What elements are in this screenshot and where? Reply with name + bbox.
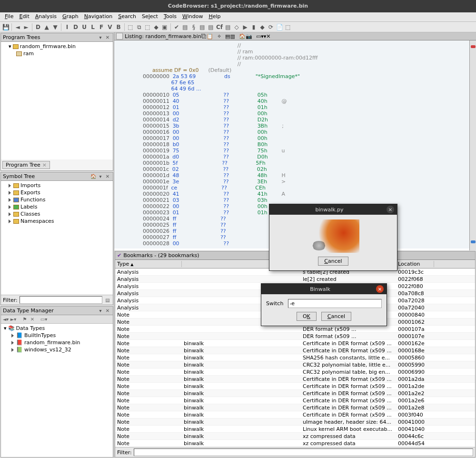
down-icon[interactable]: ▼	[51, 23, 59, 31]
tool-icon-2[interactable]: ⧉	[135, 23, 143, 31]
switch-input[interactable]	[288, 299, 382, 308]
table-row[interactable]: NotebinwalkLinux kernel ARM boot executa…	[115, 426, 475, 433]
dt-item[interactable]: 📕 random_firmware.bin	[2, 339, 112, 346]
marker-icon[interactable]	[471, 240, 476, 243]
table-row[interactable]: NoteDER format (x509 ...0000107e	[115, 333, 475, 340]
tool-icon-12[interactable]: ▮	[250, 23, 258, 31]
table-row[interactable]: NotebinwalkCertificate in DER format (x5…	[115, 397, 475, 404]
li-cursor-icon[interactable]: ✧	[217, 33, 221, 40]
dt-view-icon[interactable]: ▭▾	[40, 316, 47, 323]
panel-menu-icon[interactable]: ▾	[97, 308, 104, 314]
panel-close-icon[interactable]: ✕	[104, 308, 111, 314]
li-home-icon[interactable]: 🏠	[239, 33, 246, 40]
check-icon[interactable]: ✔	[173, 23, 180, 31]
nav-u-icon[interactable]: U	[80, 23, 88, 31]
dt-item[interactable]: 📗 windows_vs12_32	[2, 346, 112, 353]
tool-icon-10[interactable]: ▤	[224, 23, 232, 31]
table-row[interactable]: Notebinwalkxz compressed data00044d54	[115, 440, 475, 447]
marker-bar[interactable]	[469, 40, 476, 250]
nav-i-icon[interactable]: I	[63, 23, 71, 31]
menu-navigation[interactable]: Navigation	[81, 12, 115, 21]
symbol-item-functions[interactable]: Functions	[2, 196, 112, 203]
tool-icon-14[interactable]: ⬚	[284, 23, 292, 31]
tool-icon-6[interactable]: ▤	[181, 23, 189, 31]
symbol-item-exports[interactable]: Exports	[2, 189, 112, 196]
table-row[interactable]: NotebinwalkuImage header, header size: 6…	[115, 418, 475, 426]
tool-icon-8[interactable]: ▤	[198, 23, 206, 31]
menu-help[interactable]: Help	[206, 12, 223, 21]
tool-icon-3[interactable]: ⬚	[144, 23, 151, 31]
marker-icon[interactable]	[471, 45, 476, 48]
fwd-icon[interactable]: ►	[22, 23, 30, 31]
table-row[interactable]: NotebinwalkCRC32 polynomial table, littl…	[115, 361, 475, 368]
tool-icon[interactable]: 🏠	[90, 173, 97, 180]
doc-icon[interactable]: 📄	[276, 23, 283, 31]
filter-settings-icon[interactable]: ▤	[104, 297, 111, 303]
table-row[interactable]: NotebinwalkCertificate in DER format (x5…	[115, 411, 475, 418]
tab-close-icon[interactable]: ×	[42, 162, 47, 168]
close-icon[interactable]: ✕	[387, 206, 394, 213]
tree-root[interactable]: ▾ random_firmware.bin	[2, 43, 112, 50]
dt-flag-icon[interactable]: ⚑	[21, 316, 28, 323]
up-icon[interactable]: ▲	[43, 23, 50, 31]
tree-item-ram[interactable]: ram	[2, 50, 112, 57]
symbol-item-namespaces[interactable]: Namespaces	[2, 218, 112, 225]
table-row[interactable]: NotebinwalkCRC32 polynomial table, big e…	[115, 368, 475, 376]
col-type[interactable]: Type▲	[115, 261, 182, 267]
dt-back-icon[interactable]: ◄▾	[2, 316, 9, 323]
li-tool3-icon[interactable]: ▭▾	[256, 33, 264, 40]
li-copy-icon[interactable]: ⿻	[201, 33, 207, 40]
menu-graph[interactable]: Graph	[60, 12, 81, 21]
panel-close-icon[interactable]: ✕	[104, 173, 111, 180]
tool-icon-11[interactable]: ◇	[233, 23, 240, 31]
li-camera-icon[interactable]: 📷	[246, 33, 252, 40]
table-row[interactable]: Notebinwalkxz compressed data00044c6c	[115, 433, 475, 440]
symbol-item-labels[interactable]: Labels	[2, 203, 112, 210]
panel-menu-icon[interactable]: ▾	[97, 34, 104, 41]
tab-program-tree[interactable]: Program Tree×	[2, 161, 50, 169]
table-row[interactable]: NotebinwalkCertificate in DER format (x5…	[115, 376, 475, 383]
symbol-item-imports[interactable]: Imports	[2, 182, 112, 189]
nav-b-icon[interactable]: B	[115, 23, 122, 31]
cancel-button[interactable]: Cancel	[321, 312, 351, 321]
dt-item[interactable]: 📘 BuiltInTypes	[2, 332, 112, 339]
cancel-button[interactable]: Cancel	[318, 257, 348, 266]
col-loc[interactable]: Location	[396, 261, 434, 267]
refresh-icon[interactable]: ⟳	[267, 23, 275, 31]
li-tool1-icon[interactable]: ▤	[225, 33, 230, 40]
table-row[interactable]: NotebinwalkCertificate in DER format (x5…	[115, 347, 475, 354]
li-tool2-icon[interactable]: ▥	[230, 33, 235, 40]
menu-select[interactable]: Select	[139, 12, 161, 21]
tool-icon-7[interactable]: §	[190, 23, 198, 31]
panel-menu-icon[interactable]: ▾	[97, 173, 104, 180]
menu-search[interactable]: Search	[115, 12, 139, 21]
nav-d2-icon[interactable]: D	[72, 23, 79, 31]
dt-root[interactable]: ▾ 📚 Data Types	[2, 325, 112, 332]
tool-icon-9[interactable]: ▤	[207, 23, 215, 31]
li-paste-icon[interactable]: 📋	[207, 33, 213, 40]
panel-close-icon[interactable]: ✕	[104, 34, 111, 41]
play-icon[interactable]: ▶	[241, 23, 249, 31]
table-row[interactable]: NotebinwalkCertificate in DER format (x5…	[115, 404, 475, 411]
table-row[interactable]: NotebinwalkCertificate in DER format (x5…	[115, 390, 475, 397]
symbol-item-classes[interactable]: Classes	[2, 210, 112, 218]
table-row[interactable]: Analysisle[2] created0022f068	[115, 276, 475, 283]
table-row[interactable]: NotebinwalkCertificate in DER format (x5…	[115, 383, 475, 390]
tool-cf-icon[interactable]: Cf	[216, 23, 223, 31]
ok-button[interactable]: OK	[297, 312, 317, 321]
nav-d-icon[interactable]: D	[34, 23, 42, 31]
table-row[interactable]: NotebinwalkSHA256 hash constants, little…	[115, 354, 475, 361]
menu-file[interactable]: File	[2, 12, 16, 21]
close-icon[interactable]: ✕	[376, 285, 384, 293]
menu-edit[interactable]: Edit	[16, 12, 32, 21]
table-row[interactable]: NoteDER format (x509 ...0000107a	[115, 326, 475, 333]
panel-close-icon[interactable]: ✕	[266, 33, 270, 40]
table-row[interactable]: NotebinwalkCertificate in DER format (x5…	[115, 340, 475, 347]
tool-icon-13[interactable]: ◆	[258, 23, 266, 31]
menu-window[interactable]: Window	[179, 12, 206, 21]
menu-tools[interactable]: Tools	[161, 12, 179, 21]
nav-l-icon[interactable]: L	[89, 23, 97, 31]
tool-icon-4[interactable]: ◆	[152, 23, 160, 31]
nav-f-icon[interactable]: F	[98, 23, 105, 31]
symbol-filter-input[interactable]	[20, 296, 102, 304]
